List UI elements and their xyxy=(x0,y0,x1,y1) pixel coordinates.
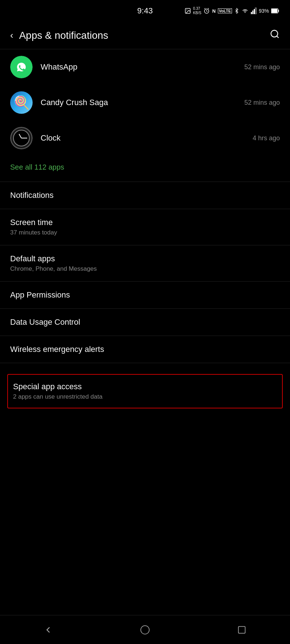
svg-rect-10 xyxy=(255,8,256,14)
battery-percent: 93% xyxy=(259,8,269,14)
candy-crush-icon-wrapper: 🍭 xyxy=(10,91,33,114)
svg-rect-13 xyxy=(278,10,279,12)
whatsapp-item[interactable]: WhatsApp 52 mins ago xyxy=(0,49,290,85)
svg-rect-9 xyxy=(254,9,255,14)
spacer xyxy=(0,363,290,370)
candy-crush-name: Candy Crush Saga xyxy=(41,98,244,107)
navigation-bar xyxy=(0,615,290,644)
svg-rect-7 xyxy=(251,12,252,14)
svg-point-14 xyxy=(271,30,278,37)
nav-back-button[interactable] xyxy=(37,619,59,641)
signal-icon xyxy=(251,8,257,14)
nav-home-button[interactable] xyxy=(134,619,156,641)
notifications-item[interactable]: Notifications xyxy=(0,182,290,209)
whatsapp-time: 52 mins ago xyxy=(244,63,280,71)
svg-line-4 xyxy=(207,11,207,12)
special-app-access-title: Special app access xyxy=(13,382,277,391)
whatsapp-icon xyxy=(10,56,33,78)
nav-back-icon xyxy=(43,625,53,635)
clock-name: Clock xyxy=(41,133,253,143)
special-app-access-subtitle: 2 apps can use unrestricted data xyxy=(13,393,277,400)
candy-crush-info: Candy Crush Saga xyxy=(41,98,244,107)
default-apps-subtitle: Chrome, Phone, and Messages xyxy=(10,265,280,273)
back-button[interactable]: ‹ xyxy=(10,30,13,41)
search-icon xyxy=(270,29,280,39)
default-apps-item[interactable]: Default apps Chrome, Phone, and Messages xyxy=(0,245,290,281)
clock-face xyxy=(13,130,30,146)
svg-line-5 xyxy=(204,8,205,9)
wireless-emergency-title: Wireless emergency alerts xyxy=(10,345,280,354)
default-apps-title: Default apps xyxy=(10,254,280,263)
svg-point-17 xyxy=(141,626,149,634)
svg-rect-12 xyxy=(272,9,277,13)
svg-point-1 xyxy=(186,9,187,10)
candy-crush-time: 52 mins ago xyxy=(244,99,280,107)
nav-recents-button[interactable] xyxy=(231,619,253,641)
header: ‹ Apps & notifications xyxy=(0,22,290,49)
net-speed: 0.37 KB/S xyxy=(193,7,202,15)
candy-crush-icon: 🍭 xyxy=(10,91,33,114)
clock-item[interactable]: Clock 4 hrs ago xyxy=(0,120,290,156)
whatsapp-info: WhatsApp xyxy=(41,62,244,72)
nav-recents-icon xyxy=(237,625,247,635)
app-permissions-item[interactable]: App Permissions xyxy=(0,282,290,308)
battery-icon xyxy=(271,8,279,13)
data-usage-title: Data Usage Control xyxy=(10,317,280,327)
clock-info: Clock xyxy=(41,133,253,143)
page-title: Apps & notifications xyxy=(19,30,264,41)
screen-time-item[interactable]: Screen time 37 minutes today xyxy=(0,209,290,245)
nfc-icon: N xyxy=(212,8,215,14)
svg-line-6 xyxy=(208,8,209,9)
svg-rect-18 xyxy=(238,626,245,633)
screen-time-subtitle: 37 minutes today xyxy=(10,229,280,236)
clock-icon-wrapper xyxy=(10,127,33,149)
gallery-icon xyxy=(185,8,191,14)
candy-crush-item[interactable]: 🍭 Candy Crush Saga 52 mins ago xyxy=(0,85,290,120)
main-content: ‹ Apps & notifications WhatsApp 52 mins … xyxy=(0,22,290,463)
svg-rect-8 xyxy=(252,11,253,14)
search-button[interactable] xyxy=(270,29,280,42)
see-all-apps[interactable]: See all 112 apps xyxy=(0,156,290,182)
clock-hand-min xyxy=(21,138,27,138)
status-icons: 0.37 KB/S N VoLTE xyxy=(185,7,279,15)
svg-line-15 xyxy=(277,36,278,38)
clock-time: 4 hrs ago xyxy=(253,134,280,142)
wifi-icon xyxy=(241,8,249,14)
wireless-emergency-item[interactable]: Wireless emergency alerts xyxy=(0,336,290,363)
screen-time-title: Screen time xyxy=(10,218,280,227)
status-time: 9:43 xyxy=(137,6,153,16)
alarm-icon xyxy=(203,8,210,14)
bottom-spacer xyxy=(0,412,290,434)
special-app-access-item[interactable]: Special app access 2 apps can use unrest… xyxy=(7,374,283,408)
status-bar: 9:43 0.37 KB/S N VoLTE xyxy=(0,0,290,22)
bluetooth-icon xyxy=(234,8,239,14)
volte-icon: VoLTE xyxy=(218,8,232,13)
app-permissions-title: App Permissions xyxy=(10,290,280,300)
notifications-title: Notifications xyxy=(10,191,280,200)
clock-icon xyxy=(10,127,33,149)
whatsapp-name: WhatsApp xyxy=(41,62,244,72)
nav-home-icon xyxy=(140,625,150,635)
data-usage-item[interactable]: Data Usage Control xyxy=(0,309,290,336)
whatsapp-icon-wrapper xyxy=(10,56,33,78)
